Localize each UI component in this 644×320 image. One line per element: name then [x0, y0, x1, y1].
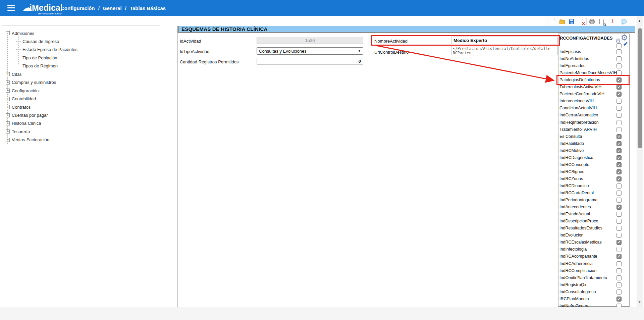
- scrollbar-thumb[interactable]: [638, 28, 642, 148]
- tree-item-cuentas-por-pagar[interactable]: +Cuentas por pagar: [6, 112, 48, 119]
- config-checkbox-es-consulta[interactable]: ✓: [616, 134, 622, 139]
- tree-item-label[interactable]: Causas de Ingreso: [22, 39, 59, 44]
- config-checkbox-indomitirplantratamiento[interactable]: [616, 275, 622, 280]
- expand-icon[interactable]: +: [6, 97, 10, 101]
- config-item-label-indrcconcepto: IndRCConcepto: [559, 162, 589, 167]
- idtipoactividad-select[interactable]: Consultas y Evoluciones ▼: [257, 47, 363, 55]
- scroll-down-icon[interactable]: ▼: [638, 300, 641, 304]
- expand-icon[interactable]: +: [6, 81, 10, 85]
- tree-item-label[interactable]: Compras y suministros: [12, 80, 56, 85]
- tree-item-label[interactable]: Tipo de Población: [22, 55, 57, 60]
- alert-icon[interactable]: !: [608, 17, 617, 25]
- tree-item-label[interactable]: Cuentas por pagar: [12, 113, 48, 118]
- config-checkbox-intervencionesvih[interactable]: [616, 99, 622, 104]
- tree-item-label[interactable]: Citas: [12, 72, 22, 77]
- config-checkbox-indrcacompanante[interactable]: ✓: [616, 254, 622, 259]
- config-checkbox-condicionactualvih[interactable]: [616, 106, 622, 111]
- tree-item-admisiones[interactable]: -Admisiones: [6, 30, 34, 37]
- config-item-label-indrcacompanante: IndRCAcompanante: [559, 254, 597, 259]
- config-checkbox-indepicrisis[interactable]: [616, 49, 622, 54]
- config-checkbox-indcerrarautomatico[interactable]: [616, 113, 622, 118]
- config-checkbox-indrcadherencia[interactable]: [616, 261, 622, 266]
- config-checkbox-indrcdiagnostico[interactable]: ✓: [616, 155, 622, 160]
- breadcrumb-item[interactable]: Configuración: [61, 5, 95, 11]
- config-checkbox-pacienteconfirmadovih[interactable]: ✓: [616, 92, 622, 97]
- config-checkbox-indestadoactual[interactable]: [616, 212, 622, 217]
- tree-item-label[interactable]: Estado Egreso de Pacientes: [22, 47, 77, 52]
- scroll-up-icon[interactable]: ▲: [638, 19, 641, 23]
- delete-icon[interactable]: ✕: [576, 17, 586, 25]
- config-checkbox-indnoadmitidos[interactable]: [616, 56, 622, 61]
- open-folder-icon[interactable]: [557, 17, 567, 25]
- preview-icon[interactable]: [597, 17, 606, 25]
- tree-item-contratos[interactable]: +Contratos: [6, 104, 31, 110]
- tree-item-label[interactable]: Contratos: [12, 105, 31, 110]
- expand-icon[interactable]: +: [6, 105, 10, 109]
- config-item-label-condicionactualvih: CondicionActualVIH: [559, 106, 597, 110]
- collapse-icon[interactable]: -: [6, 31, 10, 35]
- config-checkbox-indegresados[interactable]: [616, 63, 622, 68]
- config-checkbox-indantecedentes[interactable]: ✓: [616, 205, 622, 210]
- config-checkbox-ircplanmanejo[interactable]: ✓: [616, 297, 622, 302]
- tree-item-causas-de-ingreso[interactable]: Causas de Ingreso: [16, 38, 59, 45]
- tree-item-label[interactable]: Tipos de Régimen: [22, 63, 58, 68]
- config-item-label-indrcadherencia: IndRCAdherencia: [559, 261, 593, 266]
- expand-icon[interactable]: +: [6, 72, 10, 76]
- tree-item-tipos-de-r-gimen[interactable]: Tipos de Régimen: [16, 63, 58, 69]
- breadcrumb-item[interactable]: General: [103, 5, 122, 11]
- tree-item-tesorer-a[interactable]: +Tesorería: [6, 128, 30, 135]
- config-checkbox-pacientemenordocemesesvih[interactable]: [616, 70, 622, 75]
- config-checkbox-indrcmotivo[interactable]: ✓: [616, 148, 622, 153]
- expand-icon[interactable]: +: [6, 121, 10, 125]
- cantidad-registros-field[interactable]: 0: [257, 58, 363, 65]
- print-icon[interactable]: [587, 17, 597, 25]
- tree-item-tipo-de-poblaci-n[interactable]: Tipo de Población: [16, 54, 57, 61]
- config-checkbox-inddescripcionproce[interactable]: [616, 219, 622, 224]
- tree-item-historia-cl-nica[interactable]: +Historia Clínica: [6, 120, 41, 127]
- config-checkbox-indperiodontograma[interactable]: [616, 198, 622, 203]
- config-checkbox-indresultadosestudios[interactable]: [616, 226, 622, 231]
- comment-icon[interactable]: [619, 17, 628, 25]
- config-checkbox-indrcsignos[interactable]: ✓: [616, 169, 622, 174]
- rcconfig-panel-title: RCCONFIGACTIVIDADES: [560, 36, 612, 41]
- config-checkbox-indrczonas[interactable]: ✓: [616, 176, 622, 181]
- tree-item-label[interactable]: Tesorería: [12, 129, 30, 134]
- config-checkbox-tratamientotarvih[interactable]: [616, 127, 622, 132]
- new-document-icon[interactable]: [548, 17, 557, 25]
- config-checkbox-indregistroqx[interactable]: [616, 282, 622, 287]
- expand-icon[interactable]: +: [6, 138, 10, 142]
- tree-item-label[interactable]: Ventas-Facturación: [12, 137, 49, 142]
- urlcontroldestino-field[interactable]: ~/Prestacion/Asistencial/Controles/detal…: [451, 46, 558, 55]
- tree-item-citas[interactable]: +Citas: [6, 71, 22, 77]
- tree-item-compras-y-suministros[interactable]: +Compras y suministros: [6, 79, 56, 86]
- nombreactividad-field[interactable]: Medico Experto: [451, 37, 558, 44]
- tree-item-label[interactable]: Contabilidad: [12, 96, 36, 101]
- tree-item-configuraci-n[interactable]: +Configuración: [6, 87, 39, 94]
- config-checkbox-indhabilitado[interactable]: ✓: [616, 141, 622, 146]
- tree-item-estado-egreso-de-pacientes[interactable]: Estado Egreso de Pacientes: [16, 46, 77, 53]
- tree-item-ventas-facturaci-n[interactable]: +Ventas-Facturación: [6, 137, 49, 143]
- config-checkbox-indrcescalasmedicas[interactable]: ✓: [616, 240, 622, 245]
- tree-item-label[interactable]: Historia Clínica: [12, 121, 41, 126]
- breadcrumb-item[interactable]: Tablas Básicas: [130, 5, 166, 11]
- config-checkbox-indrcdinamico[interactable]: [616, 183, 622, 189]
- config-checkbox-indreqinterpretacion[interactable]: [616, 120, 622, 125]
- gears-check-icon[interactable]: ⚙ ⚙ ✔: [614, 34, 629, 48]
- config-checkbox-indrcconcepto[interactable]: ✓: [616, 162, 622, 167]
- config-checkbox-indrccomplicacion[interactable]: [616, 268, 622, 273]
- config-item-label-tuberculosisactivavih: TuberculosisActivaVIH: [559, 85, 601, 89]
- expand-icon[interactable]: +: [6, 113, 10, 117]
- expand-icon[interactable]: +: [6, 89, 10, 93]
- config-checkbox-patologiasdefinitorias[interactable]: ✓: [616, 77, 622, 83]
- save-icon[interactable]: [567, 17, 576, 25]
- menu-icon[interactable]: [7, 5, 15, 11]
- config-checkbox-tuberculosisactivavih[interactable]: ✓: [616, 85, 622, 90]
- config-checkbox-indrccartadental[interactable]: [616, 191, 622, 196]
- tree-item-label[interactable]: Configuración: [12, 88, 39, 93]
- tree-item-contabilidad[interactable]: +Contabilidad: [6, 96, 36, 102]
- config-checkbox-indinfectologia[interactable]: [616, 247, 622, 252]
- config-checkbox-indconsultaingreso[interactable]: [616, 289, 622, 295]
- tree-item-label[interactable]: Admisiones: [12, 31, 34, 36]
- config-checkbox-indevolucion[interactable]: [616, 233, 622, 238]
- expand-icon[interactable]: +: [6, 129, 10, 134]
